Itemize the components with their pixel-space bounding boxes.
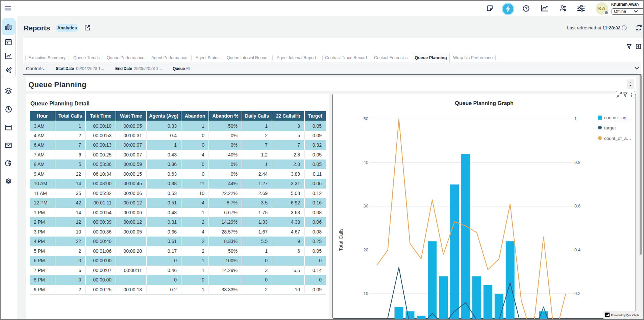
svg-text:i: i (624, 26, 625, 30)
